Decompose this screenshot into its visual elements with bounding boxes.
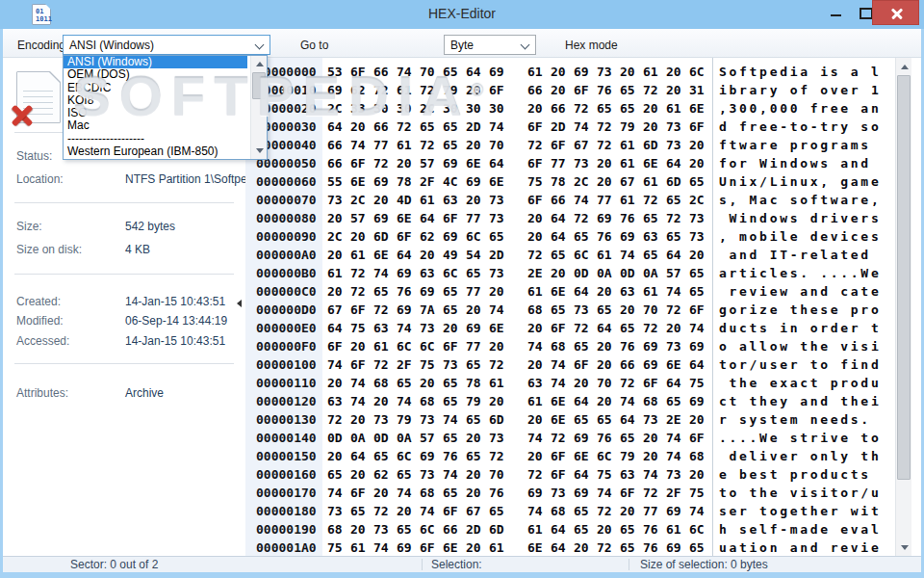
hex-byte[interactable]: 74	[350, 136, 373, 154]
ascii-text[interactable]: Windows drivers	[719, 209, 881, 227]
hex-byte[interactable]: 6D	[373, 227, 397, 246]
hex-byte[interactable]: 75	[350, 319, 373, 337]
hex-byte[interactable]: 64	[327, 319, 350, 337]
hex-byte[interactable]: 2C	[327, 227, 350, 246]
hex-byte[interactable]: 63	[527, 374, 551, 392]
hex-byte[interactable]: 6C	[397, 337, 420, 355]
hex-byte[interactable]: 65	[327, 465, 350, 484]
hex-byte[interactable]: 20	[466, 429, 489, 447]
hex-byte[interactable]: 67	[574, 136, 597, 154]
unit-combobox[interactable]: Byte	[444, 35, 536, 55]
hex-byte[interactable]: 20	[466, 539, 489, 556]
hex-byte[interactable]: 20	[466, 465, 489, 484]
hex-byte[interactable]: 20	[527, 209, 551, 227]
hex-byte[interactable]: 67	[327, 301, 350, 319]
hex-byte[interactable]: 2C	[327, 99, 350, 118]
hex-byte[interactable]: 6F	[689, 118, 712, 136]
hex-byte[interactable]: 70	[489, 136, 512, 154]
hex-byte[interactable]: 6F	[443, 337, 466, 355]
hex-byte[interactable]: 20	[666, 81, 689, 99]
hex-byte[interactable]: 6C	[597, 447, 620, 465]
hex-byte[interactable]: 70	[597, 374, 620, 392]
hex-byte[interactable]: 74	[397, 319, 420, 337]
hex-byte[interactable]: 20	[597, 392, 620, 410]
hex-byte[interactable]: 20	[666, 319, 689, 337]
hex-byte[interactable]: 72	[643, 191, 666, 209]
hex-byte[interactable]: 6E	[551, 392, 574, 410]
ascii-text[interactable]: to the visitor/u	[719, 484, 881, 502]
hex-byte[interactable]: 74	[551, 374, 574, 392]
hex-byte[interactable]: 6F	[689, 301, 712, 319]
hex-row[interactable]: 000001400D0A0D0A57652073747269766520746F…	[245, 429, 921, 447]
hex-byte[interactable]: 20	[489, 282, 512, 301]
hex-byte[interactable]: 6E	[666, 355, 689, 374]
hex-byte[interactable]: 72	[597, 136, 620, 154]
hex-byte[interactable]: 72	[327, 410, 350, 429]
hex-byte[interactable]: 74	[397, 63, 420, 81]
hex-byte[interactable]: 20	[597, 355, 620, 374]
hex-byte[interactable]: 20	[443, 319, 466, 337]
hex-byte[interactable]: 6F	[574, 355, 597, 374]
hex-byte[interactable]: 65	[443, 301, 466, 319]
hex-byte[interactable]: 65	[666, 227, 689, 246]
hex-byte[interactable]: 65	[373, 447, 397, 465]
hex-byte[interactable]: 30	[373, 99, 397, 118]
hex-row[interactable]: 00000100746F722F7573657220746F2066696E64…	[245, 355, 921, 374]
hex-byte[interactable]: 57	[420, 429, 443, 447]
ascii-text[interactable]: ftware programs	[719, 136, 881, 154]
hex-byte[interactable]: 65	[643, 209, 666, 227]
ascii-text[interactable]: ser together wit	[719, 502, 881, 520]
hex-row[interactable]: 000001606520626573742070726F647563747320…	[245, 465, 921, 484]
hex-byte[interactable]: 72	[350, 264, 373, 282]
hex-byte[interactable]: 20	[527, 99, 551, 118]
hex-byte[interactable]: 20	[597, 520, 620, 539]
hex-byte[interactable]: 79	[620, 447, 643, 465]
hex-byte[interactable]: 6E	[574, 447, 597, 465]
hex-row[interactable]: 000000802057696E646F77732064726976657273…	[245, 209, 921, 227]
hex-byte[interactable]: 6F	[551, 319, 574, 337]
hex-row[interactable]: 00000070732C204D616320736F6674776172652C…	[245, 191, 921, 209]
hex-byte[interactable]: 6E	[689, 99, 712, 118]
hex-byte[interactable]: 65	[551, 301, 574, 319]
hex-byte[interactable]: 65	[443, 282, 466, 301]
hex-byte[interactable]: 6E	[373, 246, 397, 264]
hex-byte[interactable]: 72	[666, 301, 689, 319]
hex-byte[interactable]: 0A	[643, 264, 666, 282]
hex-byte[interactable]: 20	[420, 374, 443, 392]
hex-byte[interactable]: 6D	[643, 136, 666, 154]
hex-byte[interactable]: 72	[373, 81, 397, 99]
scroll-down-button[interactable]	[251, 143, 267, 158]
hex-byte[interactable]: 73	[666, 136, 689, 154]
hex-byte[interactable]: 61	[666, 99, 689, 118]
hex-byte[interactable]: 73	[574, 301, 597, 319]
hex-scrollbar[interactable]	[895, 58, 911, 556]
hex-byte[interactable]: 65	[551, 246, 574, 264]
hex-byte[interactable]: 77	[466, 209, 489, 227]
hex-byte[interactable]: 68	[551, 337, 574, 355]
hex-byte[interactable]: 20	[397, 502, 420, 520]
ascii-text[interactable]: h self-made eval	[719, 520, 881, 539]
hex-byte[interactable]: 0A	[350, 429, 373, 447]
hex-byte[interactable]: 6C	[689, 63, 712, 81]
hex-byte[interactable]: 76	[643, 539, 666, 556]
hex-byte[interactable]: 66	[327, 136, 350, 154]
hex-byte[interactable]: 2D	[551, 118, 574, 136]
hex-byte[interactable]: 69	[420, 282, 443, 301]
hex-byte[interactable]: 64	[666, 154, 689, 172]
encoding-option[interactable]: ISO	[64, 107, 267, 119]
hex-byte[interactable]: 68	[689, 447, 712, 465]
hex-byte[interactable]: 2E	[527, 264, 551, 282]
hex-byte[interactable]: 69	[574, 429, 597, 447]
scroll-up-button[interactable]	[251, 56, 267, 71]
hex-byte[interactable]: 73	[489, 429, 512, 447]
hex-byte[interactable]: 20	[620, 502, 643, 520]
hex-byte[interactable]: 75	[689, 374, 712, 392]
hex-byte[interactable]: 65	[443, 429, 466, 447]
hex-row[interactable]: 000001206374207468657920616E642074686569…	[245, 392, 921, 410]
hex-byte[interactable]: 6F	[551, 465, 574, 484]
hex-byte[interactable]: 72	[597, 118, 620, 136]
hex-byte[interactable]: 77	[597, 191, 620, 209]
hex-byte[interactable]: 79	[397, 410, 420, 429]
scroll-up-button[interactable]	[896, 59, 911, 74]
hex-byte[interactable]: 6F	[350, 355, 373, 374]
